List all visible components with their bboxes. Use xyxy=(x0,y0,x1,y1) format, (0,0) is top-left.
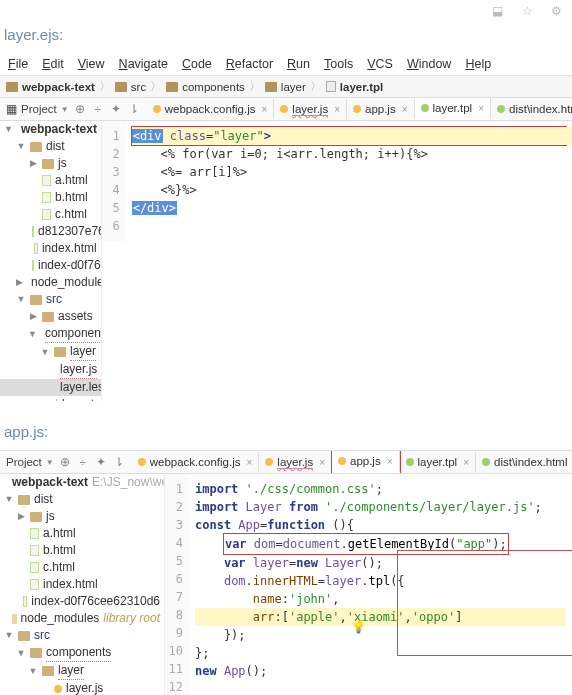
tree-twistie-icon[interactable]: ▼ xyxy=(28,663,38,680)
star-favorite-icon[interactable]: ☆ xyxy=(513,4,533,18)
tree-row[interactable]: layer.tpl xyxy=(0,396,101,401)
menu-item-run[interactable]: Run xyxy=(283,55,314,73)
tree-twistie-icon[interactable]: ▶ xyxy=(28,155,38,172)
close-tab-icon[interactable]: × xyxy=(262,104,268,115)
hide-icon[interactable]: ⇂ xyxy=(112,455,126,469)
tree-row[interactable]: b.html xyxy=(0,189,101,206)
tree-row[interactable]: a.html xyxy=(0,525,164,542)
tree-twistie-icon[interactable]: ▼ xyxy=(16,138,26,155)
project-view-label[interactable]: Project xyxy=(21,103,57,115)
tree-twistie-icon[interactable]: ▼ xyxy=(4,627,14,644)
editor-tab[interactable]: layer.tpl× xyxy=(400,452,476,472)
tree-twistie-icon[interactable]: ▼ xyxy=(4,121,13,138)
menu-item-vcs[interactable]: VCS xyxy=(363,55,397,73)
tree-row[interactable]: ▶js xyxy=(0,155,101,172)
tree-twistie-icon[interactable]: ▶ xyxy=(16,274,23,291)
settings-star-icon[interactable]: ✦ xyxy=(109,102,123,116)
tree-row[interactable]: layer.js xyxy=(0,361,101,379)
tree-row[interactable]: webpack-text E:\JS_now\web xyxy=(0,474,164,491)
tree-row[interactable]: index-d0f76cee62310d xyxy=(0,257,101,274)
editor-tab[interactable]: app.js× xyxy=(332,451,400,473)
breadcrumb-project[interactable]: webpack-text xyxy=(22,81,95,93)
editor-tab[interactable]: dist\index.html× xyxy=(476,452,572,472)
editor-tab[interactable]: app.js× xyxy=(347,99,415,119)
tree-row[interactable]: index-d0f76cee62310d6 xyxy=(0,593,164,610)
settings-star-icon[interactable]: ✦ xyxy=(94,455,108,469)
editor-tab[interactable]: dist\index.html× xyxy=(491,99,572,119)
tree-row[interactable]: d812307e7611deffc480 xyxy=(0,223,101,240)
editor-tab[interactable]: layer.js× xyxy=(259,452,332,473)
gear-icon[interactable]: ⚙ xyxy=(542,4,562,18)
menu-item-window[interactable]: Window xyxy=(403,55,455,73)
project-view-label[interactable]: Project xyxy=(6,456,42,468)
menu-item-code[interactable]: Code xyxy=(178,55,216,73)
menu-item-file[interactable]: File xyxy=(4,55,32,73)
close-tab-icon[interactable]: × xyxy=(319,457,325,468)
tree-twistie-icon[interactable]: ▼ xyxy=(40,344,50,361)
tree-row[interactable]: c.html xyxy=(0,206,101,223)
editor-tab[interactable]: webpack.config.js× xyxy=(147,99,275,119)
tree-row[interactable]: ▼dist xyxy=(0,138,101,155)
tree-twistie-icon[interactable]: ▼ xyxy=(4,491,14,508)
tree-row[interactable]: c.html xyxy=(0,559,164,576)
close-tab-icon[interactable]: × xyxy=(478,103,484,114)
tree-row[interactable]: ▼src xyxy=(0,291,101,308)
code-area[interactable]: <div class="layer"> <div>this is <%= nam… xyxy=(126,121,572,241)
code-area-2[interactable]: import './css/common.css';import Layer f… xyxy=(189,474,572,695)
breadcrumb-current[interactable]: layer.tpl xyxy=(340,81,383,93)
close-tab-icon[interactable]: × xyxy=(247,457,253,468)
tree-twistie-icon[interactable]: ▼ xyxy=(16,645,26,662)
code-editor-2[interactable]: 12345678910111213 import './css/common.c… xyxy=(165,474,572,695)
close-tab-icon[interactable]: × xyxy=(334,104,340,115)
hide-icon[interactable]: ⇂ xyxy=(127,102,141,116)
tree-row[interactable]: ▼layer xyxy=(0,662,164,680)
download-icon[interactable]: ⬓ xyxy=(483,4,503,18)
collapse-all-icon[interactable]: ÷ xyxy=(76,456,90,468)
tree-row[interactable]: ▼webpack-text E:\JS_now\we xyxy=(0,121,101,138)
tree-twistie-icon[interactable]: ▶ xyxy=(16,508,26,525)
breadcrumb-part[interactable]: src xyxy=(131,81,146,93)
menu-item-tools[interactable]: Tools xyxy=(320,55,357,73)
close-tab-icon[interactable]: × xyxy=(463,457,469,468)
menu-item-view[interactable]: View xyxy=(74,55,109,73)
scroll-target-icon[interactable]: ⊕ xyxy=(73,102,87,116)
editor-tab[interactable]: layer.tpl× xyxy=(415,98,491,120)
menu-item-edit[interactable]: Edit xyxy=(38,55,68,73)
breadcrumb-part[interactable]: layer xyxy=(281,81,306,93)
editor-tab[interactable]: layer.js× xyxy=(274,99,347,120)
tree-row[interactable]: ▼layer xyxy=(0,343,101,361)
project-tree-2[interactable]: webpack-text E:\JS_now\web▼dist▶jsa.html… xyxy=(0,474,165,695)
project-tree[interactable]: ▼webpack-text E:\JS_now\we▼dist▶jsa.html… xyxy=(0,121,102,401)
menu-item-navigate[interactable]: Navigate xyxy=(115,55,172,73)
tree-twistie-icon[interactable]: ▼ xyxy=(16,291,26,308)
tree-row[interactable]: ▶js xyxy=(0,508,164,525)
close-tab-icon[interactable]: × xyxy=(402,104,408,115)
code-editor[interactable]: 123456 <div class="layer"> <div>this is … xyxy=(102,121,572,241)
tree-twistie-icon[interactable]: ▼ xyxy=(28,326,37,343)
tree-row[interactable]: ▼components xyxy=(0,644,164,662)
menu-item-help[interactable]: Help xyxy=(461,55,495,73)
dropdown-arrow-icon[interactable]: ▼ xyxy=(61,105,69,114)
menu-item-refactor[interactable]: Refactor xyxy=(222,55,277,73)
tree-row[interactable]: ▶node_modules library root xyxy=(0,274,101,291)
tree-row[interactable]: node_modules library root xyxy=(0,610,164,627)
view-selector-icon[interactable]: ▦ xyxy=(6,102,17,116)
collapse-all-icon[interactable]: ÷ xyxy=(91,103,105,115)
tree-row[interactable]: layer.less xyxy=(0,379,101,396)
editor-tab[interactable]: webpack.config.js× xyxy=(132,452,260,472)
breadcrumb[interactable]: webpack-text 〉 src 〉 components 〉 layer … xyxy=(0,76,572,98)
tree-twistie-icon[interactable]: ▶ xyxy=(28,308,38,325)
tree-row[interactable]: ▼src xyxy=(0,627,164,644)
bulb-hint-icon[interactable]: 💡 xyxy=(351,620,366,634)
tree-row[interactable]: layer.js xyxy=(0,680,164,695)
close-tab-icon[interactable]: × xyxy=(387,456,393,467)
tree-row[interactable]: a.html xyxy=(0,172,101,189)
breadcrumb-part[interactable]: components xyxy=(182,81,245,93)
scroll-target-icon[interactable]: ⊕ xyxy=(58,455,72,469)
tree-row[interactable]: ▶assets xyxy=(0,308,101,325)
tree-row[interactable]: index.html xyxy=(0,240,101,257)
tree-row[interactable]: ▼components xyxy=(0,325,101,343)
tree-row[interactable]: b.html xyxy=(0,542,164,559)
tree-row[interactable]: ▼dist xyxy=(0,491,164,508)
tree-row[interactable]: index.html xyxy=(0,576,164,593)
